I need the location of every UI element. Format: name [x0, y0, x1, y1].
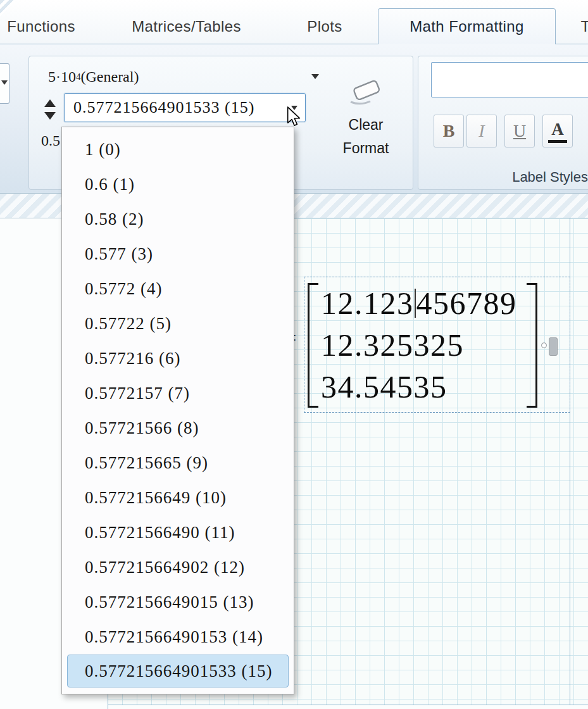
matrix-rows: 12.123456789 12.325325 34.54535 — [321, 282, 517, 408]
italic-button[interactable]: I — [466, 115, 497, 147]
tab-math-formatting[interactable]: Math Formatting — [378, 8, 556, 44]
underline-button[interactable]: U — [504, 115, 535, 147]
dropdown-item-label: 0.577 (3) — [85, 244, 153, 264]
dropdown-item[interactable]: 0.6 (1) — [62, 167, 294, 202]
matrix-row[interactable]: 34.54535 — [321, 366, 517, 408]
dropdown-item-label: 0.57721566490153 (14) — [85, 627, 263, 647]
number-format-value: 5·10 — [48, 68, 76, 85]
dropdown-item[interactable]: 1 (0) — [62, 132, 294, 167]
matrix-bracket-left — [308, 283, 318, 408]
ribbon-tab-bar: Functions Matrices/Tables Plots Math For… — [0, 0, 588, 44]
dropdown-item-label: 0.577215664902 (12) — [85, 558, 245, 577]
precision-increase-button[interactable] — [44, 99, 56, 107]
dropdown-item[interactable]: 0.577 (3) — [62, 237, 294, 272]
partial-control[interactable] — [0, 63, 9, 104]
dropdown-item-label: 0.57721566 (8) — [85, 418, 199, 438]
font-color-letter: A — [551, 120, 564, 139]
matrix-cell-text: 12.325325 — [321, 327, 464, 363]
chevron-down-icon — [1, 80, 8, 85]
dropdown-item-label: 0.5772 (4) — [85, 279, 162, 299]
clear-format-label-line2: Format — [343, 137, 389, 160]
tab-plots[interactable]: Plots — [290, 8, 360, 44]
tab-next-partial[interactable]: T — [573, 8, 588, 44]
precision-decrease-button[interactable] — [44, 112, 56, 120]
app-window: Functions Matrices/Tables Plots Math For… — [0, 0, 588, 709]
dropdown-item[interactable]: 0.577216 (6) — [62, 341, 294, 376]
font-color-button[interactable]: A — [542, 115, 573, 147]
bold-button[interactable]: B — [434, 115, 464, 147]
dropdown-item[interactable]: 0.577215665 (9) — [62, 446, 294, 480]
dropdown-item[interactable]: 0.57721566490153 (14) — [62, 620, 294, 655]
dropdown-item-label: 0.57722 (5) — [85, 314, 172, 334]
text-caret — [415, 289, 416, 318]
dropdown-item[interactable]: 0.5772156649015 (13) — [62, 585, 294, 620]
precision-combobox-value: 0.577215664901533 (15) — [65, 98, 254, 117]
dropdown-item[interactable]: 0.5772157 (7) — [62, 376, 294, 411]
dropdown-item-label: 0.577215665 (9) — [85, 453, 208, 473]
precision-combobox[interactable]: 0.577215664901533 (15) — [64, 93, 306, 122]
matrix-row[interactable]: 12.325325 — [321, 324, 517, 366]
clear-format-button[interactable]: Clear Format — [322, 61, 410, 170]
dropdown-item-label: 1 (0) — [85, 140, 121, 160]
dropdown-item[interactable]: 0.5772156649 (10) — [62, 480, 294, 515]
dropdown-item-label: 0.5772156649 (10) — [85, 488, 227, 508]
page-border-bottom — [108, 705, 588, 705]
dropdown-item[interactable]: 0.5772 (4) — [62, 272, 294, 306]
matrix-cell-text: 12.123 — [321, 285, 414, 322]
precision-dropdown-menu: 1 (0) 0.6 (1) 0.58 (2) 0.577 (3) 0.5772 … — [61, 127, 294, 694]
group-caption-label-styles: Label Styles — [512, 169, 588, 185]
dropdown-item[interactable]: 0.58 (2) — [62, 202, 294, 237]
matrix-expression[interactable]: 12.123456789 12.325325 34.54535 — [304, 277, 570, 413]
dropdown-item-label: 0.6 (1) — [85, 175, 135, 194]
matrix-row[interactable]: 12.123456789 — [321, 282, 517, 324]
dropdown-item-label: 0.5772156649015 (13) — [85, 593, 254, 612]
dropdown-item[interactable]: 0.57722 (5) — [62, 306, 294, 341]
mouse-cursor — [286, 106, 304, 128]
matrix-bracket-right — [527, 283, 537, 408]
clear-format-label-line1: Clear — [349, 113, 384, 137]
matrix-resize-handle[interactable] — [549, 337, 558, 356]
dropdown-item[interactable]: 0.577215664901533 (15) — [67, 655, 289, 687]
tab-functions[interactable]: Functions — [0, 8, 82, 44]
dropdown-item-label: 0.577216 (6) — [85, 349, 180, 368]
dropdown-item-label: 0.577215664901533 (15) — [85, 662, 272, 681]
matrix-cell-text: 456789 — [416, 285, 517, 322]
dropdown-item[interactable]: 0.577215664902 (12) — [62, 550, 294, 585]
number-format-dropdown[interactable]: 5·104 (General) — [48, 64, 325, 89]
chevron-down-icon — [311, 74, 319, 79]
dropdown-item[interactable]: 0.57721566 (8) — [62, 411, 294, 446]
matrix-placeholder[interactable] — [541, 342, 547, 348]
matrix-cell-text: 34.54535 — [321, 368, 447, 405]
number-format-suffix: (General) — [81, 68, 139, 85]
eraser-icon — [346, 77, 385, 107]
dropdown-item-label: 0.57721566490 (11) — [85, 523, 235, 543]
label-style-input[interactable] — [431, 62, 588, 97]
partial-value-text: 0.5 — [41, 132, 60, 149]
dropdown-item-label: 0.5772157 (7) — [85, 384, 190, 403]
dropdown-item-label: 0.58 (2) — [85, 210, 144, 229]
precision-spinner — [42, 94, 58, 125]
label-styles-group: B I U A Label Styles — [418, 56, 588, 190]
tab-matrices-tables[interactable]: Matrices/Tables — [115, 8, 258, 44]
font-color-bar-icon — [548, 140, 567, 143]
dropdown-item[interactable]: 0.57721566490 (11) — [62, 515, 294, 550]
